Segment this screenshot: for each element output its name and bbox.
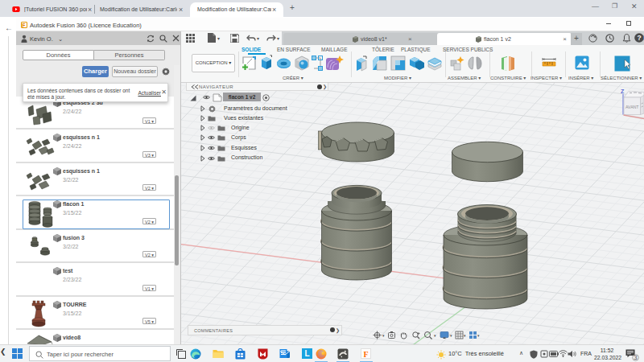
svg-text:AVANT: AVANT bbox=[625, 105, 639, 109]
svg-text:Z: Z bbox=[621, 88, 625, 94]
svg-text:?: ? bbox=[637, 34, 641, 42]
svg-text:3: 3 bbox=[634, 355, 638, 360]
